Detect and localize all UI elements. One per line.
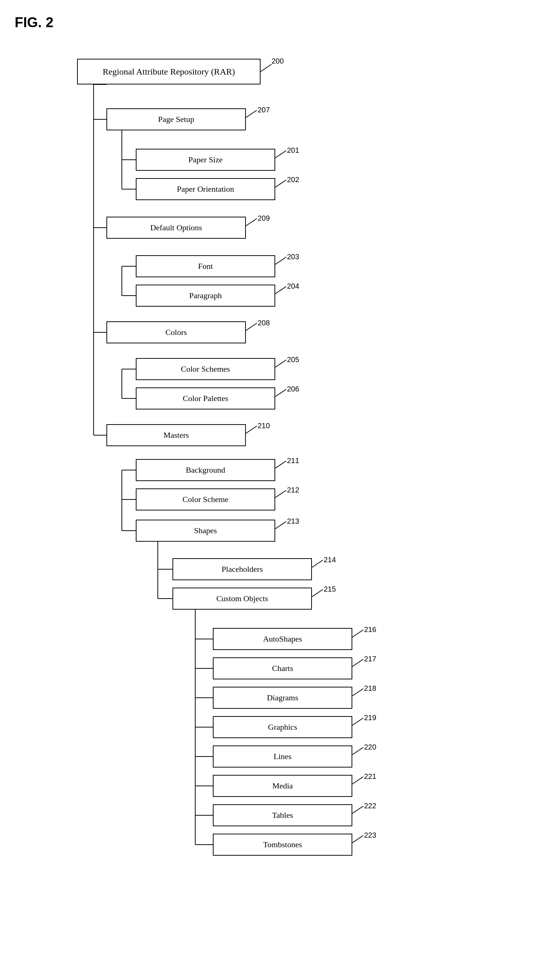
svg-line-53	[352, 806, 363, 813]
node-pagesetup-label: Page Setup	[158, 115, 194, 124]
ref-rar: 200	[271, 57, 284, 65]
node-defopts-label: Default Options	[150, 223, 202, 233]
svg-line-48	[352, 659, 363, 666]
node-paperori: Paper Orientation	[136, 178, 275, 200]
svg-line-39	[275, 360, 286, 367]
figure-title: FIG. 2	[15, 15, 54, 31]
ref-paperori: 202	[287, 176, 299, 184]
node-lines-label: Lines	[274, 752, 292, 761]
ref-colorschemes: 205	[287, 355, 299, 364]
svg-line-43	[275, 490, 286, 498]
ref-autoshapes: 216	[364, 625, 376, 634]
node-colors: Colors	[106, 321, 246, 344]
node-pagesetup: Page Setup	[106, 108, 246, 130]
ref-placeholders: 214	[324, 555, 336, 564]
svg-line-36	[275, 257, 286, 264]
node-colorscheme2: Color Scheme	[136, 489, 275, 510]
node-font-label: Font	[198, 262, 213, 271]
ref-colorpalettes: 206	[287, 385, 299, 393]
svg-line-37	[275, 287, 286, 294]
node-papersize: Paper Size	[136, 149, 275, 171]
svg-line-51	[352, 747, 363, 755]
node-tombstones-label: Tombstones	[263, 840, 302, 849]
ref-colorscheme2: 212	[287, 486, 299, 494]
ref-background: 211	[287, 456, 299, 465]
svg-line-46	[312, 589, 323, 597]
ref-paragraph: 204	[287, 282, 299, 290]
node-colorpalettes-label: Color Palettes	[183, 394, 228, 403]
node-charts: Charts	[213, 657, 352, 679]
node-background-label: Background	[186, 465, 225, 475]
svg-line-33	[275, 151, 286, 158]
svg-line-32	[246, 110, 257, 117]
ref-tables: 222	[364, 802, 376, 810]
node-autoshapes-label: AutoShapes	[263, 634, 302, 644]
node-charts-label: Charts	[272, 664, 293, 673]
node-tables-label: Tables	[272, 811, 293, 820]
node-graphics: Graphics	[213, 716, 352, 738]
node-colorschemes-label: Color Schemes	[181, 364, 230, 374]
node-customobjs: Custom Objects	[172, 588, 312, 610]
node-shapes: Shapes	[136, 519, 275, 542]
node-tombstones: Tombstones	[213, 834, 352, 856]
node-colorscheme2-label: Color Scheme	[182, 495, 228, 504]
node-autoshapes: AutoShapes	[213, 628, 352, 650]
svg-line-44	[275, 521, 286, 529]
node-paragraph: Paragraph	[136, 285, 275, 307]
node-masters: Masters	[106, 424, 246, 446]
node-customobjs-label: Custom Objects	[216, 594, 268, 603]
ref-diagrams: 218	[364, 684, 376, 693]
node-font: Font	[136, 255, 275, 277]
svg-line-38	[246, 323, 257, 331]
node-colors-label: Colors	[166, 327, 187, 337]
svg-line-35	[246, 218, 257, 226]
node-rar-label: Regional Attribute Repository (RAR)	[103, 67, 235, 77]
node-colorschemes: Color Schemes	[136, 358, 275, 380]
svg-line-50	[352, 718, 363, 725]
node-diagrams-label: Diagrams	[267, 693, 299, 702]
ref-defopts: 209	[258, 214, 270, 223]
node-defopts: Default Options	[106, 217, 246, 239]
node-masters-label: Masters	[163, 430, 189, 440]
svg-line-54	[352, 835, 363, 843]
node-colorpalettes: Color Palettes	[136, 388, 275, 409]
node-papersize-label: Paper Size	[188, 155, 222, 164]
ref-lines: 220	[364, 743, 376, 751]
node-tables: Tables	[213, 804, 352, 826]
node-media: Media	[213, 775, 352, 797]
svg-line-52	[352, 777, 363, 784]
node-paragraph-label: Paragraph	[189, 291, 222, 300]
svg-line-31	[261, 64, 271, 72]
svg-line-42	[275, 461, 286, 468]
ref-masters: 210	[258, 422, 270, 430]
node-paperori-label: Paper Orientation	[177, 184, 234, 194]
ref-tombstones: 223	[364, 831, 376, 840]
ref-papersize: 201	[287, 146, 299, 155]
ref-media: 221	[364, 772, 376, 781]
node-media-label: Media	[272, 781, 293, 791]
ref-shapes: 213	[287, 517, 299, 526]
node-rar: Regional Attribute Repository (RAR)	[77, 59, 261, 85]
svg-line-47	[352, 630, 363, 637]
ref-colors: 208	[258, 319, 270, 327]
node-placeholders-label: Placeholders	[222, 565, 263, 574]
ref-pagesetup: 207	[258, 106, 270, 114]
ref-graphics: 219	[364, 713, 376, 722]
ref-font: 203	[287, 252, 299, 261]
node-placeholders: Placeholders	[172, 558, 312, 580]
svg-line-40	[275, 389, 286, 397]
node-background: Background	[136, 459, 275, 481]
ref-customobjs: 215	[324, 585, 336, 593]
node-lines: Lines	[213, 746, 352, 767]
svg-line-34	[275, 180, 286, 187]
svg-line-45	[312, 560, 323, 567]
node-graphics-label: Graphics	[268, 722, 297, 732]
svg-line-49	[352, 689, 363, 696]
ref-charts: 217	[364, 655, 376, 663]
svg-line-41	[246, 426, 257, 433]
node-diagrams: Diagrams	[213, 687, 352, 709]
node-shapes-label: Shapes	[194, 526, 217, 536]
